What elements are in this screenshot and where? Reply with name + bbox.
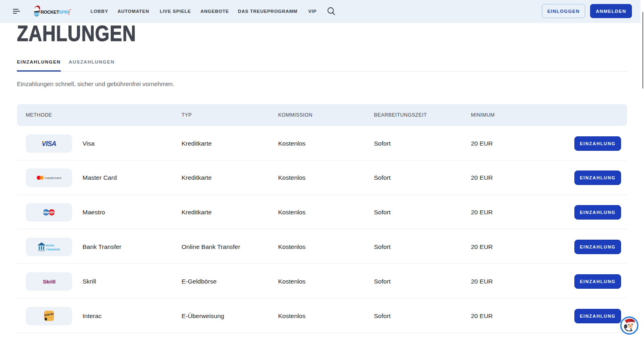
svg-text:TRANSFER: TRANSFER: [46, 247, 60, 251]
svg-text:BANK: BANK: [46, 244, 54, 247]
svg-text:ROCKET: ROCKET: [41, 10, 59, 14]
svg-text:mastercard: mastercard: [45, 176, 61, 180]
svg-text:VISA: VISA: [41, 140, 56, 147]
svg-text:SPIN: SPIN: [59, 10, 69, 14]
svg-text:Maestro: Maestro: [43, 210, 56, 214]
svg-text:Skrill: Skrill: [43, 279, 55, 285]
